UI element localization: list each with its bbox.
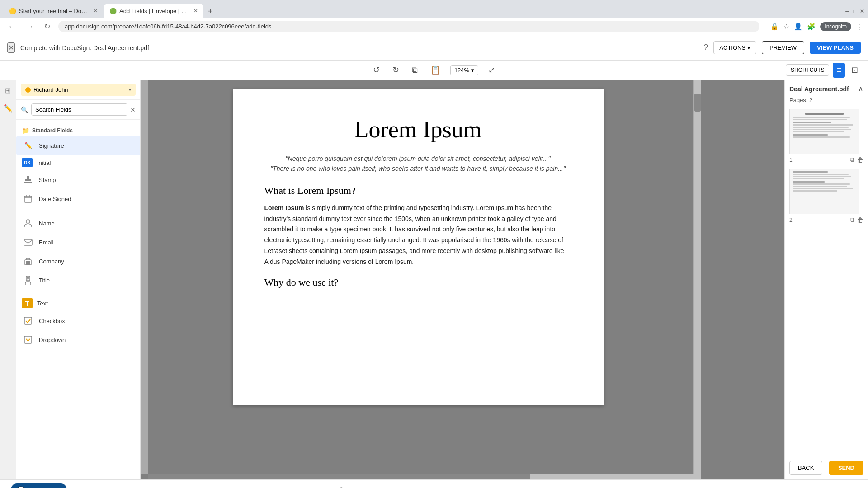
profile-icon[interactable]: 👤 — [794, 23, 802, 31]
thumb2-line-5 — [793, 181, 825, 183]
thumb2-line-1 — [793, 171, 828, 173]
fields-list: 📁 Standard Fields ✏️ Signature DS Initia… — [16, 120, 140, 479]
chat-icon: 💬 — [17, 486, 24, 488]
thumbnail-1[interactable]: 1 ⧉ 🗑 — [789, 109, 863, 164]
thumb-line-7 — [793, 131, 844, 132]
nav-fields-icon[interactable]: ⊞ — [2, 84, 14, 98]
redo-btn[interactable]: ↻ — [390, 63, 402, 77]
paste-btn[interactable]: 📋 — [428, 63, 443, 77]
nav-pen-icon[interactable]: ✏️ — [1, 101, 15, 115]
thumb-delete-btn-1[interactable]: 🗑 — [857, 156, 863, 164]
zoom-control[interactable]: 124% ▾ — [450, 65, 478, 75]
forward-nav-btn[interactable]: → — [24, 22, 36, 32]
thumb2-line-2 — [793, 174, 849, 175]
send-button[interactable]: SEND — [829, 461, 863, 475]
link-privacy[interactable]: Privacy — [200, 487, 217, 488]
fields-view-btn[interactable]: ≡ — [833, 63, 845, 78]
field-item-date-signed[interactable]: Date Signed — [16, 189, 140, 208]
thumb-copy-btn-1[interactable]: ⧉ — [850, 156, 854, 164]
link-contact-us[interactable]: Contact Us — [117, 487, 143, 488]
dropdown-label: Dropdown — [39, 337, 66, 343]
reload-btn[interactable]: ↻ — [42, 21, 53, 32]
link-terms[interactable]: Terms of Use — [156, 487, 188, 488]
thumb-pages-count: Pages: 2 — [789, 97, 863, 103]
thumb-meta-2: 2 ⧉ 🗑 — [789, 216, 863, 224]
thumb2-line-3 — [793, 176, 851, 177]
chat-with-us-btn[interactable]: 💬 Chat with us — [11, 483, 67, 488]
pdf-quote2-text: "There is no one who loves pain itself, … — [270, 165, 566, 172]
svg-rect-8 — [24, 239, 32, 245]
svg-rect-17 — [24, 336, 32, 343]
thumb-line-6 — [793, 129, 851, 130]
chat-label: Chat with us — [28, 486, 61, 488]
link-english[interactable]: English (US) — [74, 487, 104, 488]
tab-2[interactable]: 🟢 Add Fields | Envelope | DocuSign ✕ — [104, 4, 203, 18]
vertical-scrollbar[interactable] — [694, 80, 701, 479]
extensions-icon[interactable]: 🧩 — [807, 23, 816, 31]
thumb-line-3 — [793, 122, 831, 123]
bottom-left: 💬 Chat with us English (US) | Contact Us… — [11, 483, 439, 488]
tab2-close[interactable]: ✕ — [193, 8, 198, 14]
browser-chrome: 🟡 Start your free trial – DocuSign e… ✕ … — [0, 0, 868, 35]
app-header-right: ? ACTIONS ▾ PREVIEW VIEW PLANS — [703, 41, 861, 54]
signature-label: Signature — [39, 142, 64, 149]
search-clear-icon[interactable]: ✕ — [130, 106, 136, 113]
incognito-btn[interactable]: Incognito — [820, 22, 851, 31]
company-label: Company — [39, 258, 64, 265]
actions-button[interactable]: ACTIONS ▾ — [713, 41, 756, 54]
thumb-copy-btn-2[interactable]: ⧉ — [850, 216, 854, 224]
user-avatar-dot — [25, 87, 31, 93]
close-app-btn[interactable]: ✕ — [7, 42, 15, 53]
back-button[interactable]: BACK — [789, 461, 822, 475]
horizontal-scrollbar[interactable] — [148, 474, 694, 479]
field-item-text[interactable]: T Text — [16, 295, 140, 311]
field-item-name[interactable]: Name — [16, 214, 140, 233]
field-item-checkbox[interactable]: Checkbox — [16, 311, 140, 330]
maximize-btn[interactable]: □ — [853, 8, 856, 14]
field-item-signature[interactable]: ✏️ Signature — [16, 136, 140, 155]
view-plans-button[interactable]: VIEW PLANS — [810, 42, 861, 54]
field-item-title[interactable]: Title — [16, 271, 140, 290]
search-icon: 🔍 — [21, 106, 28, 113]
undo-btn[interactable]: ↺ — [370, 63, 382, 77]
field-item-stamp[interactable]: Stamp — [16, 170, 140, 189]
shield-icon: 🔒 — [770, 23, 779, 31]
help-icon[interactable]: ? — [703, 43, 708, 52]
fit-page-btn[interactable]: ⤢ — [486, 63, 498, 77]
pdf-quote1-text: "Neque porro quisquam est qui dolorem ip… — [286, 155, 551, 162]
text-icon: T — [22, 298, 33, 308]
url-bar[interactable]: app.docusign.com/prepare/1dafc06b-fd15-4… — [58, 21, 760, 32]
field-item-email[interactable]: Email — [16, 233, 140, 252]
user-selector[interactable]: Richard John ▾ — [21, 84, 136, 96]
thumb-delete-btn-2[interactable]: 🗑 — [857, 216, 863, 224]
tab-1[interactable]: 🟡 Start your free trial – DocuSign e… ✕ — [4, 4, 103, 18]
zoom-chevron-icon: ▾ — [471, 67, 474, 74]
copy-btn[interactable]: ⧉ — [409, 64, 420, 77]
preview-button[interactable]: PREVIEW — [762, 41, 804, 54]
new-tab-button[interactable]: + — [204, 5, 217, 18]
menu-icon[interactable]: ⋮ — [856, 23, 863, 31]
field-item-initial[interactable]: DS Initial — [16, 155, 140, 170]
shortcuts-btn[interactable]: SHORTCUTS — [786, 64, 829, 76]
svg-rect-11 — [28, 261, 30, 263]
tab1-close[interactable]: ✕ — [93, 8, 98, 14]
field-item-company[interactable]: Company — [16, 252, 140, 271]
bookmark-icon[interactable]: ☆ — [783, 23, 789, 31]
close-window-btn[interactable]: ✕ — [860, 8, 864, 14]
minimize-btn[interactable]: ─ — [845, 8, 849, 14]
thumb-collapse-icon[interactable]: ∧ — [858, 84, 863, 93]
name-icon — [22, 217, 34, 230]
link-intellectual-property[interactable]: Intellectual Property — [230, 487, 278, 488]
thumb-actions-2: ⧉ 🗑 — [850, 216, 863, 224]
field-item-dropdown[interactable]: Dropdown — [16, 330, 140, 349]
tab1-favicon: 🟡 — [9, 7, 16, 14]
scroll-left-bar[interactable] — [141, 80, 148, 474]
right-panel-btn[interactable]: ⊡ — [849, 63, 861, 77]
thumbnail-2[interactable]: 2 ⧉ 🗑 — [789, 169, 863, 224]
search-fields-input[interactable] — [31, 103, 127, 116]
back-nav-btn[interactable]: ← — [5, 22, 18, 32]
thumb2-line-6 — [793, 183, 850, 185]
thumb-content-2 — [790, 169, 859, 194]
pdf-title: Lorem Ipsum — [264, 116, 572, 143]
link-trust[interactable]: Trust — [290, 487, 302, 488]
